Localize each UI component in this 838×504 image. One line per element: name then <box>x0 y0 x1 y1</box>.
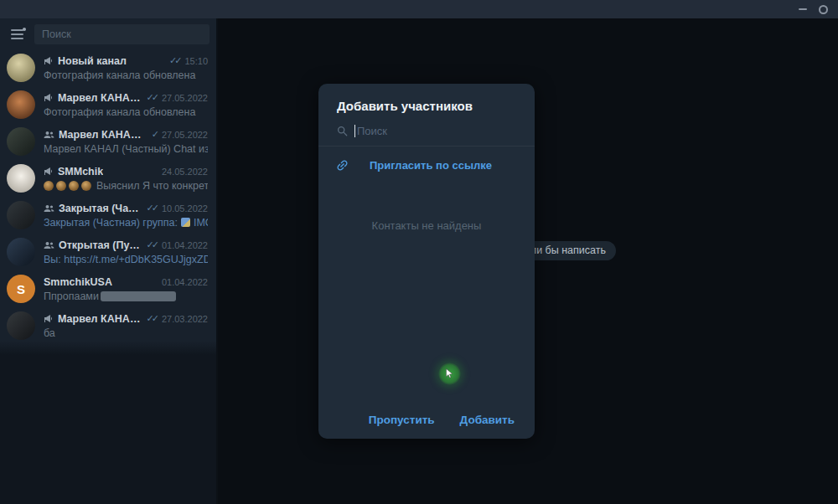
dialog-search-input[interactable] <box>357 125 516 137</box>
channel-icon <box>44 314 54 323</box>
cursor-arrow-icon <box>446 368 453 378</box>
text-caret <box>354 125 355 137</box>
group-icon <box>44 241 54 249</box>
skip-button[interactable]: Пропустить <box>369 414 435 426</box>
chat-message: Ппропаами <box>44 291 99 302</box>
avatar <box>7 201 35 229</box>
read-ticks-icon: ✓✓ <box>147 92 157 103</box>
chat-row[interactable]: Закрытая (Частная) группа ✓✓ 10.05.2022 … <box>0 197 216 234</box>
chat-time: 10.05.2022 <box>162 203 208 213</box>
telegram-window: Новый канал ✓✓ 15:10 Фотография канала о… <box>0 0 838 504</box>
monkey-emoji-icon <box>81 181 91 191</box>
chat-row[interactable]: SMMchik 24.05.2022 Выяснил Я что конкрет… <box>0 160 216 197</box>
chat-message: Закрытая (Частная) группа: <box>44 217 178 229</box>
cursor-highlight <box>438 363 461 385</box>
chat-row[interactable]: Новый канал ✓✓ 15:10 Фотография канала о… <box>0 49 216 86</box>
invite-by-link-button[interactable]: Пригласить по ссылке <box>318 147 535 181</box>
avatar <box>7 54 35 82</box>
sidebar-search[interactable] <box>34 24 210 44</box>
avatar <box>7 164 35 193</box>
menu-badge <box>23 28 26 31</box>
redacted-block <box>101 291 176 301</box>
dialog-search[interactable] <box>318 125 535 147</box>
minimize-button[interactable] <box>799 8 807 10</box>
search-icon <box>337 126 348 136</box>
read-ticks-icon: ✓✓ <box>147 203 157 213</box>
chat-row[interactable]: Марвел КАНАЛ (Частный) ... ✓ 27.05.2022 … <box>0 123 216 160</box>
chat-time: 27.03.2022 <box>162 314 208 324</box>
title-bar <box>0 0 838 18</box>
avatar <box>7 90 35 119</box>
avatar <box>7 311 35 340</box>
avatar: S <box>7 275 35 303</box>
chat-message: Выяснил Я что конкретно случ... <box>96 180 208 192</box>
chat-name: Новый канал <box>58 55 127 67</box>
window-circle-icon[interactable] <box>819 5 828 14</box>
chat-row[interactable]: Марвел КАНАЛ (Частный) ✓✓ 27.03.2022 ба <box>0 307 216 344</box>
channel-icon <box>44 93 54 102</box>
chat-time: 01.04.2022 <box>162 240 208 250</box>
group-icon <box>44 131 54 139</box>
monkey-emoji-icon <box>44 181 54 191</box>
dialog-body <box>318 232 535 414</box>
chat-time: 24.05.2022 <box>162 167 208 177</box>
avatar-letter: S <box>17 282 25 296</box>
channel-icon <box>44 167 54 176</box>
chat-row[interactable]: Открытая (Публичная) гр... ✓✓ 01.04.2022… <box>0 234 216 270</box>
chat-message: Фотография канала обновлена <box>44 106 195 118</box>
chat-name: SmmchikUSA <box>44 276 112 288</box>
chat-sidebar: Новый канал ✓✓ 15:10 Фотография канала о… <box>0 18 218 504</box>
chat-name: Закрытая (Частная) группа <box>59 203 142 214</box>
chat-list: Новый канал ✓✓ 15:10 Фотография канала о… <box>0 49 216 344</box>
chat-name: Марвел КАНАЛ (Открытая) <box>58 92 142 104</box>
chat-message: Марвел КАНАЛ (Частный) Chat изменил(а) ф… <box>44 143 208 155</box>
channel-icon <box>44 56 54 65</box>
chat-name: Марвел КАНАЛ (Частный) ... <box>59 129 147 141</box>
no-contacts-text: Контакты не найдены <box>318 219 535 232</box>
add-members-dialog: Добавить участников Пригласить по ссылке… <box>318 84 535 439</box>
monkey-emoji-icon <box>56 181 66 191</box>
read-ticks-icon: ✓✓ <box>147 239 157 250</box>
chat-message-file: IMG_2022050... <box>194 217 208 229</box>
link-icon <box>335 158 349 172</box>
read-ticks-icon: ✓ <box>152 129 157 140</box>
dialog-title: Добавить участников <box>318 84 535 113</box>
chat-time: 01.04.2022 <box>162 277 208 287</box>
monkey-emoji-icon <box>69 181 79 191</box>
chat-name: Марвел КАНАЛ (Частный) <box>58 313 142 325</box>
dialog-footer: Пропустить Добавить <box>318 414 535 439</box>
invite-by-link-label: Пригласить по ссылке <box>370 159 492 172</box>
group-icon <box>44 204 54 213</box>
menu-button[interactable] <box>8 28 27 41</box>
read-ticks-icon: ✓✓ <box>147 313 157 324</box>
add-button[interactable]: Добавить <box>460 414 515 426</box>
search-input[interactable] <box>34 28 210 40</box>
chat-name: SMMchik <box>58 166 103 177</box>
avatar <box>7 127 35 156</box>
chat-row[interactable]: S SmmchikUSA 01.04.2022 Ппропаами <box>0 270 216 307</box>
chat-row[interactable]: Марвел КАНАЛ (Открытая) ✓✓ 27.05.2022 Фо… <box>0 86 216 123</box>
chat-message: Фотография канала обновлена <box>44 69 195 81</box>
chat-message: Вы: https://t.me/+dDbK35GUJjgxZDEx <box>44 254 208 265</box>
chat-name: Открытая (Публичная) гр... <box>59 239 142 251</box>
chat-time: 27.05.2022 <box>162 93 208 103</box>
chat-message: ба <box>44 327 55 339</box>
avatar <box>7 238 35 266</box>
read-ticks-icon: ✓✓ <box>169 55 179 66</box>
chat-time: 15:10 <box>184 56 208 66</box>
photo-thumbnail-icon <box>181 218 190 227</box>
chat-time: 27.05.2022 <box>162 130 208 140</box>
